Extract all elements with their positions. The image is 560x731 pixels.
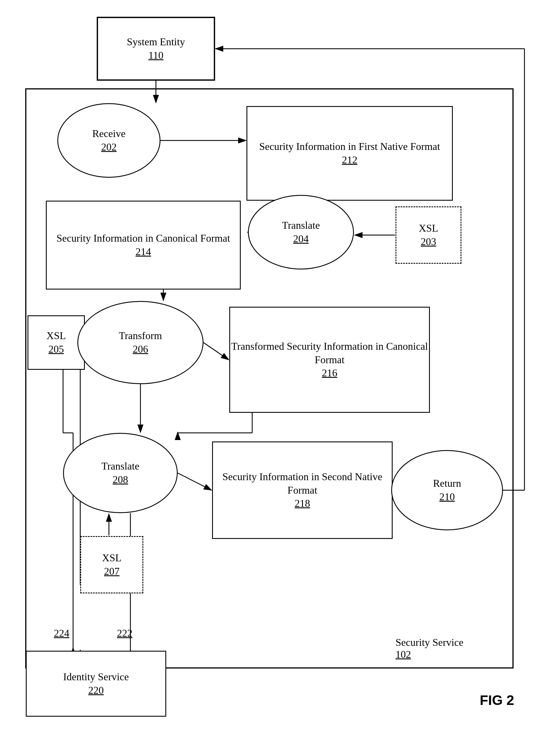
translate-208-label: Translate	[101, 460, 140, 473]
diagram: System Entity 110 Receive 202 Security I…	[0, 0, 560, 731]
translate-208-number: 208	[113, 473, 128, 486]
xsl-203-label: XSL	[419, 222, 438, 235]
return-210-number: 210	[439, 490, 455, 504]
security-info-second-label: Security Information in Second Native Fo…	[213, 470, 392, 497]
translate-204-ellipse: Translate 204	[248, 195, 354, 269]
xsl-205-box: XSL 205	[28, 315, 85, 370]
security-info-second-box: Security Information in Second Native Fo…	[212, 441, 393, 539]
receive-ellipse: Receive 202	[57, 103, 160, 178]
identity-service-label: Identity Service	[63, 670, 129, 684]
return-210-ellipse: Return 210	[391, 450, 503, 530]
ref-224-label: 224	[54, 627, 69, 639]
xsl-207-box: XSL 207	[80, 536, 143, 593]
transform-206-label: Transform	[119, 329, 162, 343]
xsl-203-box: XSL 203	[395, 206, 461, 264]
xsl-207-number: 207	[104, 565, 120, 578]
identity-service-box: Identity Service 220	[26, 651, 166, 717]
svg-line-22	[178, 473, 212, 490]
ref-222-label: 222	[117, 627, 132, 639]
security-service-label: Security Service 102	[395, 636, 463, 660]
transformed-security-label: Transformed Security Information in Cano…	[230, 340, 429, 367]
system-entity-label: System Entity	[127, 35, 185, 49]
receive-label: Receive	[92, 127, 126, 140]
security-info-canonical-number: 214	[136, 245, 151, 259]
system-entity-box: System Entity 110	[97, 17, 215, 80]
xsl-205-label: XSL	[46, 329, 66, 343]
svg-line-16	[203, 343, 229, 360]
xsl-207-label: XSL	[102, 551, 122, 565]
security-info-second-number: 218	[295, 497, 310, 510]
transform-206-number: 206	[133, 343, 148, 356]
security-info-first-number: 212	[342, 153, 357, 167]
return-210-label: Return	[433, 477, 461, 490]
security-info-first-box: Security Information in First Native For…	[246, 106, 453, 201]
transformed-security-box: Transformed Security Information in Cano…	[229, 307, 430, 413]
security-info-first-label: Security Information in First Native For…	[259, 140, 440, 153]
translate-204-label: Translate	[282, 219, 320, 232]
receive-number: 202	[101, 140, 117, 154]
security-info-canonical-label: Security Information in Canonical Format	[56, 232, 230, 245]
xsl-205-number: 205	[48, 343, 64, 356]
transformed-security-number: 216	[322, 366, 337, 380]
system-entity-number: 110	[148, 49, 164, 62]
translate-204-number: 204	[293, 232, 309, 246]
fig-label: FIG 2	[480, 692, 514, 708]
transform-206-ellipse: Transform 206	[77, 301, 203, 384]
translate-208-ellipse: Translate 208	[63, 433, 178, 513]
security-info-canonical-box: Security Information in Canonical Format…	[46, 201, 241, 290]
xsl-203-number: 203	[421, 235, 436, 249]
identity-service-number: 220	[88, 684, 104, 697]
